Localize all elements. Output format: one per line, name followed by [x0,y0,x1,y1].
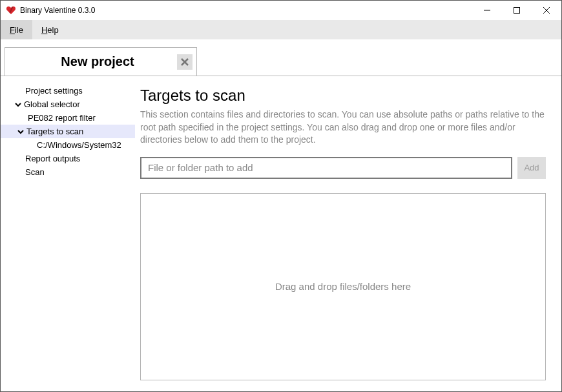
menubar: File Help [1,20,561,39]
sidebar-item-scan[interactable]: Scan [1,165,135,179]
tab-close-button[interactable] [177,54,193,70]
content: Project settings Global selector PE082 r… [1,76,561,391]
app-title: Binary Valentine 0.3.0 [20,6,96,15]
titlebar: Binary Valentine 0.3.0 [1,1,561,20]
sidebar-item-project-settings[interactable]: Project settings [1,84,135,98]
menu-help-mnemonic: H [41,25,47,35]
page-title: Targets to scan [140,87,546,105]
close-button[interactable] [532,1,561,20]
main-panel: Targets to scan This section contains fi… [135,76,561,391]
sidebar-item-label: Scan [25,167,45,177]
app-icon [6,5,16,15]
menu-file[interactable]: File [1,20,32,39]
maximize-button[interactable] [502,1,532,20]
path-input[interactable] [140,157,512,179]
sidebar-item-label: Project settings [25,86,83,96]
sidebar-item-report-outputs[interactable]: Report outputs [1,152,135,165]
tab-title: New project [18,54,177,69]
sidebar-item-label: Targets to scan [26,127,83,136]
sidebar-item-pe082-report-filter[interactable]: PE082 report filter [1,111,135,125]
sidebar-item-label: Global selector [24,99,80,109]
add-button[interactable]: Add [517,157,546,179]
sidebar-item-label: PE082 report filter [28,113,96,123]
chevron-down-icon [15,128,26,136]
page-description: This section contains files and director… [140,108,546,147]
minimize-button[interactable] [472,1,502,20]
svg-rect-2 [514,8,520,14]
tab-new-project[interactable]: New project [5,47,197,76]
sidebar: Project settings Global selector PE082 r… [1,76,135,391]
sidebar-item-target-path[interactable]: C:/Windows/System32 [1,138,135,152]
tabs-row: New project [1,39,561,76]
sidebar-item-global-selector[interactable]: Global selector [1,98,135,111]
menu-help[interactable]: Help [32,20,68,39]
sidebar-item-label: C:/Windows/System32 [37,140,121,150]
dropzone[interactable]: Drag and drop files/folders here [140,193,546,380]
menu-file-mnemonic: F [10,25,15,35]
chevron-down-icon [12,101,24,108]
sidebar-item-targets-to-scan[interactable]: Targets to scan [1,125,135,138]
dropzone-text: Drag and drop files/folders here [275,281,411,292]
add-path-row: Add [140,157,546,179]
sidebar-item-label: Report outputs [25,154,80,163]
